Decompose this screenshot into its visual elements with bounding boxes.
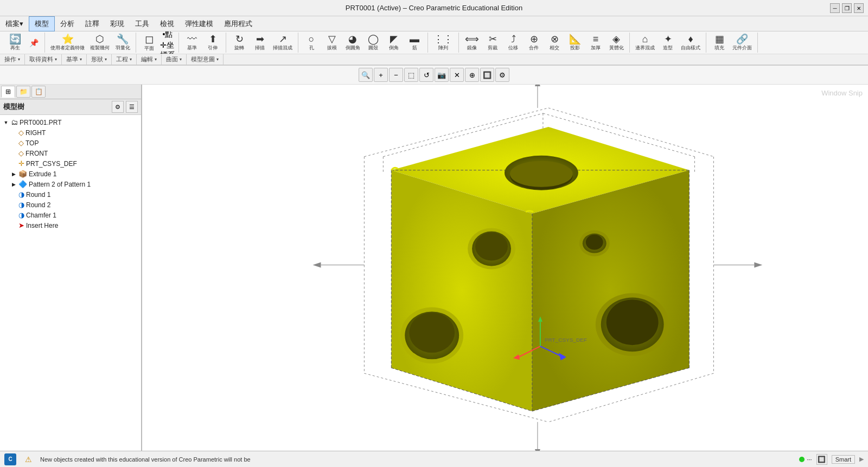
tab-layers[interactable]: 📋 [31,86,46,98]
tb-user-feature[interactable]: ⭐使用者定義特徵 [48,33,87,53]
vt-grid[interactable]: 🔲 [480,68,494,82]
toolbar-group-fill: ▦填充 🔗元件介面 [706,33,758,53]
tb-project[interactable]: 📐投影 [565,33,585,53]
tb-coord[interactable]: ✛坐標系 [160,43,175,54]
tb-plane[interactable]: ◻平面 [139,33,159,53]
vt-zoom-box[interactable]: ⬚ [404,68,418,82]
tree-item-chamfer1[interactable]: ◑ Chamfer 1 [0,210,141,220]
tb-boundary-blend[interactable]: ⌂邊界混成 [633,33,657,53]
viewport[interactable]: Window Snip [142,85,868,451]
tree-item-round1[interactable]: ◑ Round 1 [0,189,141,200]
menu-file[interactable]: 檔案▾ [0,17,29,31]
tb-style[interactable]: ✦造型 [658,33,678,53]
tb-extrude[interactable]: ⬆引伸 [203,33,222,53]
tb-copy-geom[interactable]: ⬡複製幾何 [88,33,112,53]
menu-apps[interactable]: 應用程式 [219,17,258,31]
menu-flexible[interactable]: 彈性建模 [180,17,219,31]
menu-render[interactable]: 彩現 [105,17,130,31]
tab-folder[interactable]: 📁 [16,86,30,98]
vt-zoom-out[interactable]: − [389,68,403,82]
toolbar-group-pattern: ⋮⋮陣列 [428,33,459,53]
sec-datum[interactable]: 基準 ▾ [62,54,87,65]
menu-view[interactable]: 檢視 [155,17,180,31]
vt-zoom-fit[interactable]: 🔍 [359,68,373,82]
close-button[interactable]: ✕ [854,3,864,13]
vt-saved-views[interactable]: 📷 [435,68,449,82]
expand-pattern[interactable]: ▶ [10,181,17,188]
menu-model[interactable]: 模型 [29,16,55,31]
vt-zoom-in[interactable]: + [374,68,388,82]
sec-engineering[interactable]: 工程 ▾ [112,54,137,65]
tb-fill[interactable]: ▦填充 [710,33,729,53]
tb-chamfer[interactable]: ◤倒角 [384,33,404,53]
tb-copy[interactable]: 📋 [26,31,41,35]
sec-ops[interactable]: 操作 ▾ [0,54,25,65]
tb-offset[interactable]: ⤴位移 [503,33,523,53]
status-indicator-dots: ··· [807,456,812,463]
menu-analysis[interactable]: 分析 [55,17,80,31]
status-layout-icon[interactable]: 🔲 [816,454,827,465]
tree-item-top[interactable]: ◇ TOP [0,138,141,148]
toolbar-row: 🔄再生 📋 📌 ✕刪除 ⭐使用者定義特徵 ⬡複製幾何 🔧羽量化 ◻平面 •點 ✛… [0,31,868,54]
main-layout: ⊞ 📁 📋 模型樹 ⚙ ☰ ▼ 🗂 PRT0001.PRT ◇ RIGH [0,85,868,451]
tb-rib[interactable]: ▬筋 [405,33,424,53]
tb-solidify[interactable]: ◈黃體化 [607,33,626,53]
tree-columns-btn[interactable]: ☰ [126,101,138,113]
menu-annotate[interactable]: 註釋 [80,17,105,31]
tree-item-right[interactable]: ◇ RIGHT [0,127,141,138]
tree-item-insert[interactable]: ➤ Insert Here [0,220,141,231]
tb-mirror[interactable]: ⟺鏡像 [462,33,482,53]
tb-round[interactable]: ◕倒圓角 [343,33,362,53]
expand-root[interactable]: ▼ [2,119,10,126]
tb-intersect[interactable]: ⊗相交 [545,33,564,53]
tb-shell[interactable]: ◯圓殼 [363,33,383,53]
status-message: New objects created with this educationa… [40,456,793,463]
tb-revolve[interactable]: ↻旋轉 [229,33,249,53]
restore-button[interactable]: ❐ [842,3,852,13]
vt-settings[interactable]: ⚙ [495,68,509,82]
left-panel-tabs: ⊞ 📁 📋 [0,85,141,99]
toolbar-area: 🔄再生 📋 📌 ✕刪除 ⭐使用者定義特徵 ⬡複製幾何 🔧羽量化 ◻平面 •點 ✛… [0,31,868,66]
tree-item-pattern[interactable]: ▶ 🔷 Pattern 2 of Pattern 1 [0,179,141,189]
sec-surface[interactable]: 曲面 ▾ [162,54,187,65]
tb-pattern[interactable]: ⋮⋮陣列 [431,33,455,53]
sec-edit[interactable]: 編輯 ▾ [137,54,162,65]
tb-shrinkwrap[interactable]: 🔧羽量化 [113,33,132,53]
tab-model-tree[interactable]: ⊞ [1,86,15,98]
minimize-button[interactable]: ─ [830,3,840,13]
vt-close[interactable]: ✕ [450,68,464,82]
tb-freestyle[interactable]: ♦自由樣式 [679,33,703,53]
tree-item-front[interactable]: ◇ FRONT [0,148,141,158]
status-right: ··· 🔲 Smart ▶ [799,454,864,465]
tb-trim[interactable]: ✂剪裁 [483,33,502,53]
sec-model-intent[interactable]: 模型意圖 ▾ [187,54,224,65]
toolbar-group-userdefined: ⭐使用者定義特徵 ⬡複製幾何 🔧羽量化 [45,33,136,53]
tb-sweep[interactable]: ➡掃描 [250,33,270,53]
toolbar-group-surface: ⌂邊界混成 ✦造型 ♦自由樣式 [630,33,706,53]
tb-thicken[interactable]: ≡加厚 [586,33,605,53]
svg-marker-22 [535,85,540,86]
tree-item-root[interactable]: ▼ 🗂 PRT0001.PRT [0,117,141,127]
toolbar-group-ops: 🔄再生 📋 📌 ✕刪除 [2,33,45,53]
tb-merge[interactable]: ⊕合件 [524,33,544,53]
tree-item-extrude1[interactable]: ▶ 📦 Extrude 1 [0,169,141,179]
menu-tools[interactable]: 工具 [130,17,155,31]
vt-rotate[interactable]: ↺ [419,68,433,82]
tree-item-csys[interactable]: ✛ PRT_CSYS_DEF [0,158,141,169]
tb-comp-interface[interactable]: 🔗元件介面 [730,33,754,53]
sec-getdata[interactable]: 取得資料 ▾ [25,54,62,65]
tb-paste[interactable]: 📌 [26,35,41,50]
section-labels: 操作 ▾ 取得資料 ▾ 基準 ▾ 形狀 ▾ 工程 ▾ 編輯 ▾ 曲面 ▾ 模型意… [0,54,868,65]
menubar: 檔案▾ 模型 分析 註釋 彩現 工具 檢視 彈性建模 應用程式 [0,16,868,31]
tb-draft[interactable]: ▽拔模 [322,33,342,53]
vt-target[interactable]: ⊕ [465,68,479,82]
expand-extrude1[interactable]: ▶ [10,170,17,178]
tb-swept-blend[interactable]: ↗掃描混成 [271,33,295,53]
sec-shape[interactable]: 形狀 ▾ [87,54,112,65]
tree-settings-btn[interactable]: ⚙ [112,101,124,113]
tb-regen[interactable]: 🔄再生 [5,33,25,53]
tb-hole[interactable]: ○孔 [302,33,321,53]
window-title: PRT0001 (Active) – Creo Parametric Educa… [346,4,522,12]
tree-item-round2[interactable]: ◑ Round 2 [0,200,141,210]
tb-sketch[interactable]: 〰基準 [182,33,202,53]
